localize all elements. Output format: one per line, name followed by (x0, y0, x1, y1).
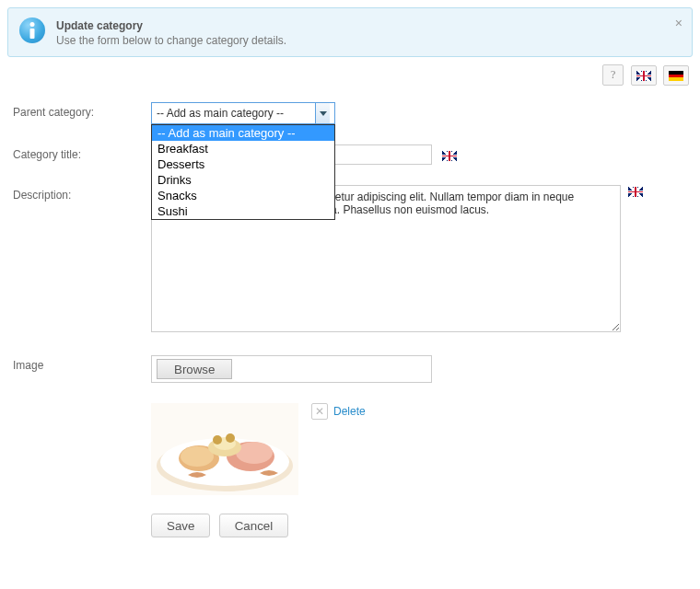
info-icon (19, 17, 45, 43)
lang-de-button[interactable] (663, 65, 689, 86)
svg-point-10 (226, 433, 235, 443)
dropdown-option[interactable]: Breakfast (152, 141, 334, 156)
dropdown-option[interactable]: Desserts (152, 156, 334, 172)
image-thumbnail (151, 403, 298, 495)
flag-uk-icon (442, 151, 457, 161)
svg-point-6 (236, 442, 273, 464)
parent-category-label: Parent category: (13, 102, 151, 119)
dropdown-option[interactable]: Drinks (152, 172, 334, 188)
info-box: Update category Use the form below to ch… (7, 7, 693, 57)
chevron-down-icon (315, 103, 330, 123)
parent-category-dropdown: -- Add as main category -- Breakfast Des… (151, 124, 335, 220)
language-bar: ? (11, 64, 689, 86)
browse-button[interactable]: Browse (157, 359, 232, 379)
close-icon[interactable]: × (675, 16, 682, 30)
save-button[interactable]: Save (151, 514, 210, 537)
flag-uk-icon (636, 71, 651, 81)
description-label: Description: (13, 185, 151, 202)
help-icon: ? (608, 68, 618, 81)
delete-link[interactable]: Delete (333, 405, 366, 418)
dropdown-option[interactable]: -- Add as main category -- (152, 125, 334, 141)
help-button[interactable]: ? (602, 64, 624, 86)
delete-x-icon[interactable]: ✕ (311, 403, 328, 420)
lang-en-button[interactable] (631, 65, 657, 86)
flag-uk-icon (628, 187, 643, 197)
category-title-label: Category title: (13, 144, 151, 161)
dropdown-option[interactable]: Snacks (152, 188, 334, 203)
image-file-input[interactable]: Browse (151, 355, 432, 383)
info-text: Update category Use the form below to ch… (56, 17, 286, 47)
svg-point-9 (213, 435, 222, 445)
info-title: Update category (56, 19, 286, 32)
parent-category-selected: -- Add as main category -- (157, 107, 315, 120)
image-label: Image (13, 355, 151, 372)
flag-de-icon (669, 71, 683, 81)
cancel-button[interactable]: Cancel (219, 514, 289, 537)
dropdown-option[interactable]: Sushi (152, 203, 334, 219)
parent-category-select[interactable]: -- Add as main category -- -- Add as mai… (151, 102, 335, 124)
info-subtitle: Use the form below to change category de… (56, 34, 286, 47)
